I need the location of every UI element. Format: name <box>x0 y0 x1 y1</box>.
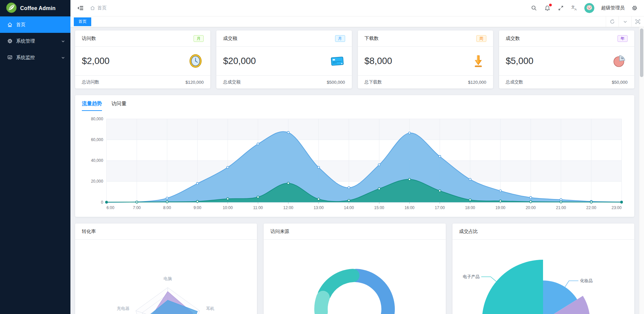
card-title: 下载数 <box>365 36 379 42</box>
card-title: 访问来源 <box>270 229 289 235</box>
data-point-marker <box>499 190 501 192</box>
y-axis-label: 20,000 <box>91 179 103 184</box>
settings-gear-icon[interactable] <box>631 5 638 11</box>
breadcrumb-label: 首页 <box>97 5 107 11</box>
period-badge: 月 <box>335 35 345 42</box>
card-title: 成交数 <box>506 36 520 42</box>
translate-icon[interactable]: 文 A <box>571 5 578 11</box>
x-axis-label: 19:00 <box>495 205 505 210</box>
data-point-marker <box>257 143 259 145</box>
stat-body: $2,000 <box>75 47 210 75</box>
card-title: 成交额 <box>223 36 237 42</box>
breadcrumb[interactable]: 首页 <box>90 5 107 11</box>
data-point-marker <box>621 201 623 203</box>
stat-value: $2,000 <box>82 56 110 66</box>
data-point-marker <box>348 187 350 189</box>
period-badge: 月 <box>194 35 204 42</box>
tab-visit-volume[interactable]: 访问量 <box>111 101 126 111</box>
sidebar-fold-icon[interactable] <box>76 4 85 12</box>
page-scrollbar[interactable] <box>639 27 644 314</box>
pie-label-line <box>565 281 578 287</box>
x-axis-label: 15:00 <box>374 205 384 210</box>
data-point-marker <box>409 178 411 180</box>
x-axis-label: 11:00 <box>253 205 263 210</box>
sidebar-item-home[interactable]: 首页 <box>0 16 70 33</box>
card-header: 转化率 <box>75 224 257 240</box>
period-badge: 年 <box>618 35 628 42</box>
data-point-marker <box>318 198 320 200</box>
stats-row: 访问数 月 $2,000 总访问数 <box>75 30 634 88</box>
sidebar-item-label: 系统监控 <box>16 55 58 61</box>
trend-card: 流量趋势 访问量 020,00040,00060,00080,0006:007:… <box>75 95 634 217</box>
stat-footer-label: 总成交额 <box>223 79 240 85</box>
stat-footer-label: 总访问数 <box>82 79 99 85</box>
card-header: 下载数 周 <box>358 30 493 47</box>
data-point-marker <box>560 201 562 203</box>
grid-band <box>107 161 622 181</box>
stat-value: $20,000 <box>223 56 256 66</box>
data-point-marker <box>105 201 107 203</box>
card-header: 访问数 月 <box>75 30 210 47</box>
app-root: Coffee Admin 首页 系统管理 <box>0 0 644 314</box>
stat-card-downloads: 下载数 周 $8,000 总下载数 $120,000 <box>358 30 493 88</box>
tabbar-tools <box>606 16 644 27</box>
download-icon <box>470 53 486 69</box>
topbar: 首页 文 <box>70 0 644 16</box>
card-title: 成交占比 <box>459 229 478 235</box>
data-point-marker <box>378 164 380 166</box>
x-axis-label: 10:00 <box>223 205 233 210</box>
data-point-marker <box>348 199 350 201</box>
scrollbar-thumb[interactable] <box>640 28 643 77</box>
data-point-marker <box>287 182 289 184</box>
route-tab-home[interactable]: 首页 <box>74 17 91 26</box>
stat-value: $8,000 <box>365 56 392 66</box>
stat-body: $20,000 <box>216 47 352 75</box>
sidebar-item-system-monitor[interactable]: 系统监控 <box>0 49 70 66</box>
data-point-marker <box>469 178 471 180</box>
y-axis-label: 0 <box>101 200 103 205</box>
card-header: 成交占比 <box>452 224 634 240</box>
refresh-icon[interactable] <box>606 16 619 27</box>
gear-icon <box>7 38 13 44</box>
bottom-row: 转化率 电脑耳机充电器 访问来源 成交占比 电子产品化妆品 <box>75 224 634 314</box>
x-axis-label: 12:00 <box>283 205 293 210</box>
pie-slice-label: 电子产品 <box>463 274 479 279</box>
stat-footer: 总成交数 $50,000 <box>499 75 634 88</box>
stat-footer: 总下载数 $120,000 <box>358 75 493 88</box>
pie-label-line <box>481 277 496 281</box>
data-point-marker <box>439 155 441 158</box>
notification-badge-dot <box>549 4 552 6</box>
topbar-actions: 文 A 超级管理员 <box>531 3 638 13</box>
monitor-icon <box>7 55 13 61</box>
chevron-down-icon <box>61 56 65 60</box>
search-icon[interactable] <box>531 5 537 11</box>
data-point-marker <box>227 198 229 200</box>
x-axis-label: 18:00 <box>465 205 475 210</box>
x-axis-label: 22:00 <box>586 205 596 210</box>
breadcrumb-home-icon <box>90 5 95 11</box>
sidebar-item-system-management[interactable]: 系统管理 <box>0 33 70 49</box>
bell-icon[interactable] <box>544 5 551 11</box>
avatar[interactable] <box>584 3 594 13</box>
maximize-icon[interactable] <box>631 16 644 27</box>
fullscreen-icon[interactable] <box>557 5 564 11</box>
clock-icon <box>187 53 204 69</box>
logo[interactable]: Coffee Admin <box>0 0 70 16</box>
sidebar-item-label: 首页 <box>16 22 65 28</box>
x-axis-label: 7:00 <box>133 205 141 210</box>
trend-chart: 020,00040,00060,00080,0006:007:008:009:0… <box>75 111 634 213</box>
x-axis-label: 21:00 <box>556 205 566 210</box>
data-point-marker <box>439 190 441 192</box>
tab-traffic-trend[interactable]: 流量趋势 <box>82 101 102 111</box>
data-point-marker <box>530 201 532 203</box>
chevron-down-icon[interactable] <box>619 16 631 27</box>
period-badge: 周 <box>476 35 486 42</box>
y-axis-label: 60,000 <box>91 137 103 142</box>
data-point-marker <box>590 201 592 203</box>
pie-chart: 电子产品化妆品 <box>452 240 634 314</box>
x-axis-label: 16:00 <box>405 205 415 210</box>
username[interactable]: 超级管理员 <box>601 5 625 11</box>
deal-share-card: 成交占比 电子产品化妆品 <box>452 224 634 314</box>
data-point-marker <box>166 197 168 199</box>
x-axis-label: 9:00 <box>194 205 202 210</box>
